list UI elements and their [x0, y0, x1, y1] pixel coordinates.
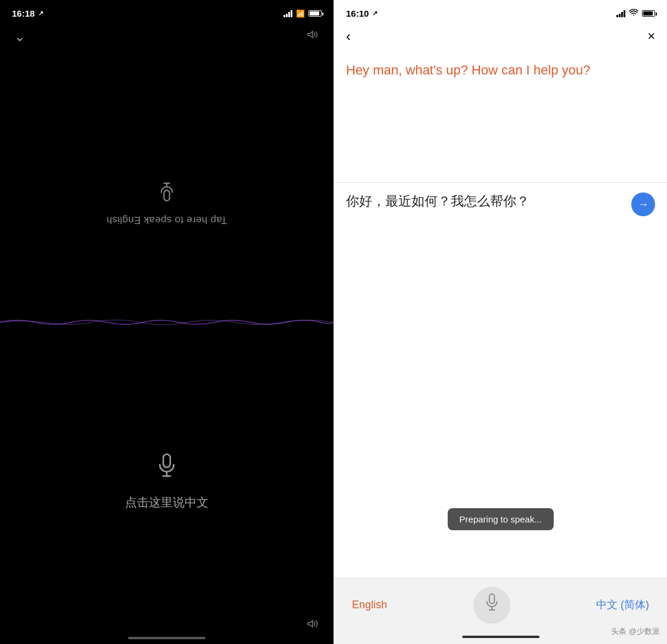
- svg-rect-3: [163, 454, 170, 467]
- english-translation-area: Hey man, what's up? How can I help you?: [334, 52, 667, 183]
- preparing-text: Preparing to speak...: [459, 514, 541, 524]
- right-time: 16:10: [346, 8, 369, 18]
- chinese-lang-button[interactable]: 中文 (简体): [596, 598, 649, 612]
- close-button[interactable]: ×: [647, 29, 655, 44]
- left-panel: 16:18 ↗ 📶 ⌄ Tap here: [0, 0, 334, 644]
- left-signal-group: 📶: [283, 10, 322, 18]
- language-bar: English 中文 (简体): [334, 578, 667, 631]
- svg-rect-6: [489, 594, 494, 603]
- tap-chinese-text: 点击这里说中文: [125, 494, 208, 511]
- left-status-bar: 16:18 ↗ 📶: [0, 0, 334, 23]
- tap-english-text: Tap here to speak English: [106, 213, 227, 225]
- left-time: 16:18: [12, 8, 35, 18]
- home-bar: [128, 637, 205, 639]
- mic-center-icon: [484, 593, 500, 617]
- right-battery-icon: [642, 10, 655, 17]
- battery-icon: [308, 10, 322, 17]
- sound-icon[interactable]: [306, 29, 319, 45]
- back-button[interactable]: ‹: [346, 28, 351, 45]
- right-signal-icon: [616, 10, 625, 17]
- volume-icon[interactable]: [306, 618, 319, 632]
- right-signal-group: [616, 9, 655, 18]
- wifi-icon: 📶: [296, 10, 305, 18]
- right-time-group: 16:10 ↗: [346, 8, 378, 18]
- svg-rect-0: [164, 190, 169, 201]
- left-time-group: 16:18 ↗: [12, 8, 43, 18]
- right-nav: ‹ ×: [334, 23, 667, 52]
- chevron-down-icon[interactable]: ⌄: [14, 29, 25, 45]
- signal-icon: [283, 10, 292, 17]
- left-location-icon: ↗: [38, 10, 43, 17]
- right-status-bar: 16:10 ↗: [334, 0, 667, 23]
- left-bottom-bar: [0, 614, 334, 637]
- mic-center-button[interactable]: [474, 587, 510, 623]
- right-home-bar: [462, 636, 540, 638]
- chinese-translation-area: 你好，最近如何？我怎么帮你？ → Preparing to speak...: [334, 183, 667, 578]
- left-home-indicator: [0, 637, 334, 644]
- mic-top-icon: [158, 175, 175, 201]
- wave-divider: [0, 313, 334, 331]
- mic-bottom-icon: [156, 453, 177, 485]
- english-lang-button[interactable]: English: [352, 599, 387, 611]
- english-section[interactable]: Tap here to speak English: [0, 51, 334, 332]
- chinese-translation-text: 你好，最近如何？我怎么帮你？: [346, 192, 655, 211]
- right-panel: 16:10 ↗ ‹ ×: [334, 0, 667, 644]
- chinese-section[interactable]: 点击这里说中文: [0, 332, 334, 614]
- english-translation-text: Hey man, what's up? How can I help you?: [346, 61, 655, 80]
- send-arrow-icon: →: [638, 198, 649, 211]
- right-wifi-icon: [629, 9, 638, 18]
- watermark: 头条 @少数派: [611, 626, 660, 637]
- preparing-toast: Preparing to speak...: [447, 508, 553, 530]
- left-top-controls: ⌄: [0, 23, 334, 51]
- right-location-icon: ↗: [372, 10, 378, 17]
- send-button[interactable]: →: [631, 192, 655, 216]
